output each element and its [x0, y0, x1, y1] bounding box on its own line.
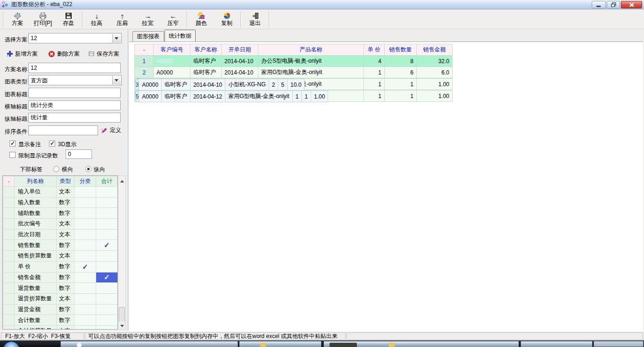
- column-name-cell[interactable]: 合计数量: [15, 315, 57, 326]
- sum-flag-cell[interactable]: ✓: [96, 272, 118, 283]
- product-name-cell[interactable]: 家用G型电脑-金奥-onlyit: [258, 67, 364, 78]
- column-type-cell[interactable]: 数字: [57, 283, 74, 294]
- sort-condition-input[interactable]: [28, 125, 98, 135]
- taskbar-button[interactable]: [60, 341, 238, 347]
- three-d-checkbox[interactable]: [49, 140, 55, 147]
- sum-flag-cell[interactable]: [96, 325, 118, 330]
- customer-name-cell[interactable]: 临时客户: [190, 56, 222, 67]
- save-button[interactable]: 存盘: [56, 10, 81, 28]
- show-notes-checkbox[interactable]: [9, 140, 16, 147]
- sum-flag-cell[interactable]: [96, 187, 118, 198]
- vertical-radio[interactable]: [85, 166, 91, 172]
- limit-records-input[interactable]: [66, 149, 92, 159]
- sales-amount-cell[interactable]: 10.0: [288, 79, 305, 91]
- sum-flag-cell[interactable]: [96, 197, 118, 208]
- order-date-cell[interactable]: 2014-04-10: [222, 56, 258, 67]
- limit-records-label[interactable]: 限制显示记录数: [18, 152, 58, 160]
- row-indicator-cell[interactable]: [3, 272, 15, 283]
- unit-price-cell[interactable]: 1: [364, 79, 385, 90]
- column-name-cell[interactable]: 销售折算数量: [15, 251, 57, 262]
- exit-button[interactable]: 退出: [242, 10, 268, 28]
- tab-graph-report[interactable]: 图形报表: [132, 31, 164, 41]
- copy-button[interactable]: 复制: [214, 10, 239, 28]
- customer-name-cell[interactable]: 临时客户: [161, 91, 190, 102]
- category-flag-cell[interactable]: [74, 304, 96, 315]
- row-indicator-cell[interactable]: [3, 325, 15, 330]
- customer-id-cell[interactable]: A0000: [154, 67, 190, 78]
- column-name-cell[interactable]: 单 价: [15, 261, 57, 272]
- category-flag-cell[interactable]: [74, 229, 96, 240]
- product-name-cell[interactable]: 小型机-XG-NG: [225, 79, 269, 91]
- row-indicator-cell[interactable]: [3, 187, 15, 198]
- sales-amount-cell[interactable]: 6.0: [417, 67, 453, 78]
- sales-amount-cell[interactable]: 32.0: [417, 56, 453, 67]
- row-indicator-cell[interactable]: [3, 293, 15, 304]
- widen-button[interactable]: → 拉宽: [135, 10, 160, 28]
- column-type-cell[interactable]: 文本: [57, 251, 74, 262]
- define-button[interactable]: 定义: [101, 126, 121, 134]
- chevron-down-icon[interactable]: [112, 34, 121, 42]
- column-type-cell[interactable]: 数字: [57, 304, 74, 315]
- column-type-cell[interactable]: 数字: [57, 315, 74, 326]
- sales-qty-cell[interactable]: 6: [385, 67, 417, 78]
- column-name-cell[interactable]: 输入单位: [15, 187, 57, 198]
- column-name-cell[interactable]: 退货数量: [15, 283, 57, 294]
- column-name-cell[interactable]: 退货金额: [15, 304, 57, 315]
- start-button[interactable]: [3, 341, 20, 347]
- column-name-cell[interactable]: 销售金额: [15, 272, 57, 283]
- tab-statistics-data[interactable]: 统计数据: [165, 30, 196, 41]
- sales-qty-cell[interactable]: 1: [385, 91, 417, 102]
- category-flag-cell[interactable]: [74, 293, 96, 304]
- column-type-cell[interactable]: 文本: [57, 219, 74, 230]
- sales-qty-cell[interactable]: 8: [385, 56, 417, 67]
- column-type-cell[interactable]: 数字: [57, 272, 74, 283]
- column-name-cell[interactable]: 批次编号: [15, 219, 57, 230]
- sum-flag-cell[interactable]: [96, 283, 118, 294]
- unit-price-cell[interactable]: 1: [364, 91, 385, 102]
- chart-title-input[interactable]: [28, 88, 121, 98]
- column-name-cell[interactable]: 批次日期: [15, 229, 57, 240]
- customer-id-cell[interactable]: A0000: [139, 79, 162, 91]
- column-type-cell[interactable]: 文本: [57, 229, 74, 240]
- select-plan-combobox[interactable]: 12: [28, 33, 122, 43]
- unit-price-cell[interactable]: 1: [364, 67, 385, 78]
- category-flag-cell[interactable]: [74, 325, 96, 330]
- column-name-cell[interactable]: 输入数量: [15, 197, 57, 208]
- chevron-down-icon[interactable]: [112, 76, 121, 84]
- row-indicator-cell[interactable]: [3, 261, 15, 272]
- three-d-label[interactable]: 3D显示: [58, 140, 76, 149]
- sum-flag-cell[interactable]: [96, 251, 118, 262]
- unit-price-cell[interactable]: 2: [269, 79, 278, 91]
- config-grid-scrollbar[interactable]: [118, 175, 126, 330]
- color-button[interactable]: 颜色: [189, 10, 214, 28]
- row-indicator-cell[interactable]: [3, 304, 15, 315]
- column-name-cell[interactable]: 退货折算数量: [15, 293, 57, 304]
- add-plan-button[interactable]: 新增方案: [7, 50, 38, 58]
- row-indicator-cell[interactable]: [3, 251, 15, 262]
- limit-records-checkbox[interactable]: [9, 152, 16, 158]
- save-plan-button[interactable]: 保存方案: [88, 50, 119, 58]
- customer-name-cell[interactable]: 临时客户: [161, 79, 190, 91]
- sum-flag-cell[interactable]: [96, 219, 118, 230]
- sum-flag-cell[interactable]: [96, 208, 118, 219]
- scroll-down-icon[interactable]: [118, 322, 125, 329]
- restore-button[interactable]: [607, 1, 620, 8]
- product-name-cell[interactable]: 办公S型电脑-银奥-onlyit: [258, 56, 364, 67]
- taskbar-button[interactable]: [239, 341, 322, 347]
- x-axis-title-input[interactable]: [28, 100, 121, 110]
- product-name-cell[interactable]: 家用G型电脑-金奥-onlyit: [225, 91, 292, 102]
- stretch-tall-button[interactable]: ↓ 拉高: [84, 10, 109, 28]
- taskbar-button[interactable]: [520, 341, 593, 347]
- customer-id-cell[interactable]: A0000: [154, 56, 190, 67]
- column-type-cell[interactable]: 文本: [57, 325, 74, 330]
- row-indicator-cell[interactable]: [3, 315, 15, 326]
- sum-flag-cell[interactable]: [96, 304, 118, 315]
- category-flag-cell[interactable]: [74, 315, 96, 326]
- category-flag-cell[interactable]: [74, 272, 96, 283]
- category-flag-cell[interactable]: ✓: [74, 261, 96, 272]
- plan-button[interactable]: 方案: [5, 10, 30, 28]
- sales-qty-cell[interactable]: 1: [385, 79, 417, 90]
- vertical-radio-label[interactable]: 纵向: [94, 165, 105, 174]
- sales-qty-cell[interactable]: 1: [302, 91, 311, 102]
- column-type-cell[interactable]: 数字: [57, 240, 74, 251]
